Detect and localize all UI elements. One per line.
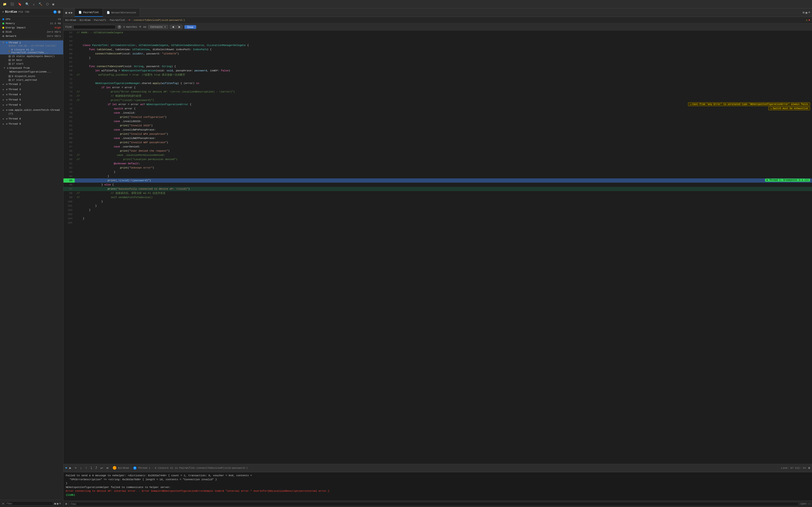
thread-9-expand-icon[interactable]: ▶ [3, 123, 5, 125]
thread-5-item[interactable]: ▶ Thread 5 [0, 97, 63, 103]
find-input[interactable] [73, 25, 116, 29]
breadcrumb-pairwifi[interactable]: PairWifi [94, 19, 106, 21]
editor-layout-icon[interactable]: ▣ [805, 11, 807, 14]
filter-toggle-2[interactable]: ▣ [57, 502, 58, 505]
disk-metric[interactable]: Disk Zero KB/s [0, 30, 63, 34]
step-into-button[interactable]: ↓ [79, 466, 83, 470]
breadcrumb-birdcam2[interactable]: BirdCam [80, 19, 91, 21]
debug-more-1[interactable]: ⤵ [90, 466, 93, 470]
code-line-77: 77 if let error = error as? NEHotspotCon… [63, 102, 812, 107]
search-icon[interactable]: 🔍 [24, 2, 30, 7]
thread-1-frame-17[interactable]: 17 start [0, 62, 63, 66]
code-line-73: 73 if let error = error { [63, 86, 812, 90]
record-button[interactable]: ● [53, 10, 57, 14]
code-line-67: 67 [63, 60, 812, 64]
enqueued-frame-17[interactable]: 17 start_wqthread [0, 78, 63, 82]
thread-1-item[interactable]: ▼ Thread 1 Queue: com.ap...in-thread (se… [0, 40, 63, 48]
continue-button[interactable]: ▶ [68, 465, 72, 470]
split-editor-icon[interactable]: ⊞ [803, 11, 805, 14]
console-content[interactable]: Failed to send a 9 message to nehelper: … [63, 472, 812, 500]
step-over-button[interactable]: ↷ [74, 465, 78, 470]
debug-more-4[interactable]: ⇄ [105, 465, 109, 470]
console-clear-icon[interactable]: ⊕ [65, 502, 67, 506]
breadcrumb-m[interactable]: M [129, 19, 131, 21]
network-metric[interactable]: Network Zero KB/s [0, 34, 63, 38]
thread-3-item[interactable]: ▶ Thread 3 [0, 87, 63, 92]
code-line-89: 89 // case .locationPermissionDenied: [63, 153, 812, 157]
memory-metric[interactable]: Memory 21.5 MB [0, 21, 63, 25]
code-line-91: 91 @unknown default: [63, 162, 812, 166]
console-filter-input[interactable] [69, 502, 799, 506]
cpu-metric[interactable]: CPU 1% [0, 17, 63, 21]
enqueued-expand-icon[interactable]: ▼ [4, 67, 6, 69]
tab-network-icon: 📄 [107, 11, 110, 14]
find-close-button[interactable]: × [117, 25, 121, 29]
enqueued-frame-0[interactable]: 0 dispatch_async [0, 74, 63, 78]
warning-icon[interactable]: ⚠ [32, 2, 36, 7]
console-line-5: NEHotspotConfigurationHelper failed to c… [66, 486, 810, 490]
thread-1-expand-icon[interactable]: ▼ [3, 42, 5, 44]
breadcrumb-sep-2: › [91, 19, 93, 21]
find-prev-button[interactable]: ◀ [170, 25, 176, 29]
metrics-section: CPU 1% Memory 21.5 MB Energy Impact High… [0, 16, 63, 40]
thread-6-expand-icon[interactable]: ▶ [3, 104, 5, 106]
debug-more-3[interactable]: ⥅ [99, 465, 104, 470]
find-next-button[interactable]: ▶ [176, 25, 183, 29]
cpu-dot [2, 18, 4, 20]
code-line-74: 74 // print("Error connecting to device … [63, 90, 812, 94]
filter-input[interactable] [5, 501, 54, 506]
breadcrumb-pairwifivc[interactable]: PairWifiVC [110, 19, 125, 21]
nav-prev-icon[interactable]: ◀ [68, 11, 70, 14]
layout-toggle-icon[interactable]: ▣ [65, 11, 67, 14]
thread-9-item[interactable]: ▶ Thread 9 [0, 122, 63, 127]
thread-7-expand-icon[interactable]: ▶ [3, 109, 5, 111]
debug-right-icon[interactable]: ⊞ [808, 466, 810, 470]
thread-4-expand-icon[interactable]: ▶ [3, 94, 5, 96]
thread-8-item[interactable]: ▶ Thread 8 [0, 116, 63, 122]
expand-app-icon[interactable]: ▼ [2, 11, 4, 13]
thread-1-frame-16[interactable]: 16 main [0, 58, 63, 62]
editor-options-icon[interactable]: ≡ [808, 11, 810, 14]
thread-4-item[interactable]: ▶ Thread 4 [0, 92, 63, 97]
thread-3-expand-icon[interactable]: ▶ [3, 88, 5, 91]
filter-toggle-3[interactable]: ≡ [59, 502, 61, 505]
energy-value: High [55, 26, 61, 29]
thread-indicator: ● [133, 466, 137, 470]
find-contains-button[interactable]: Contains ▾ [148, 25, 168, 29]
enqueued-frame-0-text: 0 dispatch_async [12, 75, 36, 78]
thread-5-expand-icon[interactable]: ▶ [3, 99, 5, 101]
code-line-81: 81 case .invalidSSID: [63, 119, 812, 123]
thread-2-item[interactable]: ▶ Thread 2 [0, 82, 63, 87]
thread-8-expand-icon[interactable]: ▶ [3, 118, 5, 120]
stop-icon[interactable]: ⬛ [9, 2, 15, 7]
debug-more-2[interactable]: ⤴ [94, 466, 98, 470]
breadcrumb-func[interactable]: connectToDeviceAP(ssid:password:) [134, 19, 185, 21]
enqueued-item[interactable]: ▼ Enqueued from NEHotspotConfigurationHe… [0, 66, 63, 74]
find-done-button[interactable]: Done [185, 25, 196, 29]
thread-6-item[interactable]: ▶ Thread 6 [0, 103, 63, 108]
filter-toggle-1[interactable]: ▦ [54, 502, 56, 505]
tab-bar: ▣ ◀ ▶ 📄 PairWifiVC 📄 NetworkExtension ⊞ … [63, 8, 812, 17]
pause-button[interactable]: ⏸ [58, 10, 61, 14]
code-line-104: 104 } [63, 216, 812, 221]
build-icon[interactable]: 🔨 [38, 2, 43, 7]
thread-1-frame-15[interactable]: 15 static AppDelegate.$main() [0, 54, 63, 58]
folder-icon[interactable]: 📁 [2, 2, 7, 7]
frame-icon [8, 50, 10, 52]
code-editor[interactable]: 52 // MARK: - UITableViewDelegate 53 54 … [63, 31, 812, 464]
nav-next-icon[interactable]: ▶ [71, 11, 73, 14]
debug-icon[interactable]: ⬡ [45, 2, 50, 7]
code-line-93: 93 } [63, 170, 812, 174]
find-add-icon[interactable]: + [139, 25, 142, 29]
energy-metric[interactable]: Energy Impact High [0, 25, 63, 30]
breadcrumb-birdcam[interactable]: BirdCam [65, 19, 76, 21]
thread-2-expand-icon[interactable]: ▶ [3, 83, 5, 86]
bookmark-icon[interactable]: 🔖 [17, 2, 22, 7]
step-out-button[interactable]: ↑ [84, 466, 88, 470]
tab-network[interactable]: 📄 NetworkExtension [103, 8, 140, 17]
tab-pairwifi[interactable]: 📄 PairWifiVC [75, 8, 103, 17]
thread-1-frame-0[interactable]: 0 closure #1 in PairWifiVC.connectToDe..… [0, 48, 63, 54]
layout-icon[interactable]: ▣ [51, 2, 55, 7]
disk-dot [2, 31, 4, 33]
thread-7-item[interactable]: ▶ com.apple.uikit.eventfetch-thread (7) [0, 108, 63, 116]
